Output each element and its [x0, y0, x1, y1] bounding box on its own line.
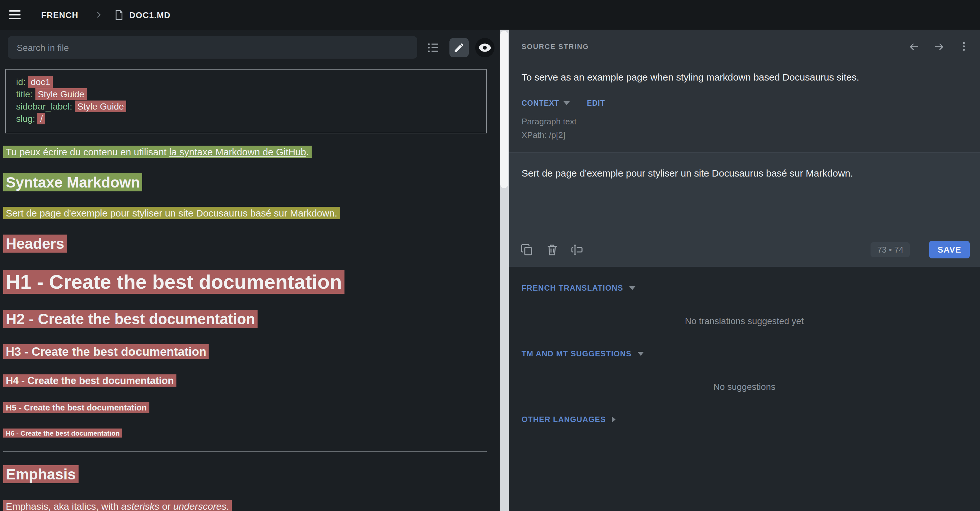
frontmatter-key: title:: [16, 89, 35, 99]
translatable-string[interactable]: H3 - Create the best documentation: [3, 344, 209, 359]
section-tm-mt-suggestions[interactable]: TM AND MT SUGGESTIONS: [522, 349, 967, 358]
section-french-translations[interactable]: FRENCH TRANSLATIONS: [522, 284, 967, 292]
document-preview: id: doc1 title: Style Guide sidebar_labe…: [0, 64, 500, 511]
menu-icon[interactable]: [9, 6, 26, 23]
file-preview-panel: id: doc1 title: Style Guide sidebar_labe…: [0, 30, 500, 511]
translatable-string[interactable]: H1 - Create the best documentation: [3, 270, 344, 294]
arrow-left-icon: [908, 40, 920, 53]
translatable-string[interactable]: Syntaxe Markdown: [3, 173, 143, 192]
heading-syntaxe-markdown: Syntaxe Markdown: [3, 174, 492, 192]
heading-emphasis: Emphasis: [3, 466, 492, 483]
chevron-down-icon: [564, 101, 570, 105]
frontmatter-line: sidebar_label: Style Guide: [16, 101, 476, 113]
translatable-string-selected[interactable]: Sert de page d'exemple pour styliser un …: [3, 207, 340, 219]
heading-headers: Headers: [3, 235, 492, 252]
frontmatter-value-string[interactable]: Style Guide: [75, 101, 127, 112]
frontmatter-key: sidebar_label:: [16, 101, 75, 112]
heading-h3-sample: H3 - Create the best documentation: [3, 345, 492, 359]
selected-string-paragraph: Sert de page d'exemple pour styliser un …: [3, 207, 492, 220]
next-string-button[interactable]: [933, 40, 945, 53]
frontmatter-block: id: doc1 title: Style Guide sidebar_labe…: [5, 69, 487, 133]
edit-mode-button[interactable]: [449, 38, 469, 57]
translatable-string[interactable]: Headers: [3, 235, 67, 252]
heading-h4-sample: H4 - Create the best documentation: [3, 375, 492, 386]
previous-string-button[interactable]: [908, 40, 920, 53]
context-info-type: Paragraph text: [522, 115, 967, 128]
chevron-right-icon: [94, 10, 103, 19]
character-counter: 73 • 74: [871, 242, 910, 257]
chevron-right-icon: [612, 416, 616, 423]
context-info: Paragraph text XPath: /p[2]: [509, 115, 980, 142]
eye-icon: [478, 40, 492, 54]
frontmatter-line: title: Style Guide: [16, 88, 476, 101]
search-input[interactable]: [8, 36, 417, 59]
translatable-string[interactable]: H4 - Create the best documentation: [3, 374, 177, 386]
edit-source-button[interactable]: EDIT: [587, 99, 605, 107]
translatable-string[interactable]: H5 - Create the best documentation: [3, 402, 150, 413]
frontmatter-line: slug: /: [16, 113, 476, 125]
translation-panel: SOURCE STRING To serve as an example pag…: [509, 30, 980, 511]
insert-tag-button[interactable]: [571, 243, 584, 256]
scrollbar-thumb[interactable]: [500, 31, 508, 188]
insert-tag-icon: [571, 243, 584, 256]
horizontal-rule: [3, 451, 487, 452]
context-toggle[interactable]: CONTEXT: [522, 99, 570, 107]
main-split: id: doc1 title: Style Guide sidebar_labe…: [0, 30, 980, 511]
context-info-xpath: XPath: /p[2]: [522, 128, 967, 142]
save-button[interactable]: SAVE: [929, 241, 970, 258]
chevron-down-icon: [638, 352, 644, 356]
arrow-right-icon: [933, 40, 945, 53]
pencil-icon: [453, 42, 465, 53]
translated-string-intro: Tu peux écrire du contenu en utilisant l…: [3, 145, 492, 158]
emphasis-paragraph: Emphasis, aka italics, with asterisks or…: [3, 500, 492, 511]
markdown-link[interactable]: la syntaxe Markdown de GitHub: [169, 146, 306, 157]
more-options-button[interactable]: [958, 41, 970, 52]
chevron-down-icon: [629, 286, 636, 290]
header-actions: [908, 40, 970, 53]
frontmatter-value-string[interactable]: doc1: [28, 76, 53, 88]
top-bar: FRENCH DOC1.MD: [0, 0, 980, 30]
trash-icon: [546, 243, 559, 256]
frontmatter-line: id: doc1: [16, 76, 476, 88]
translation-input[interactable]: Sert de page d'exemple pour styliser un …: [509, 153, 980, 232]
source-string-text: To serve as an example page when styling…: [509, 71, 980, 84]
breadcrumb-project[interactable]: FRENCH: [41, 10, 78, 20]
copy-icon: [520, 243, 534, 256]
heading-h6-sample: H6 - Create the best documentation: [3, 429, 492, 437]
copy-source-button[interactable]: [520, 243, 534, 256]
frontmatter-value-string[interactable]: Style Guide: [35, 88, 87, 100]
file-icon: [113, 10, 124, 20]
delete-translation-button[interactable]: [546, 243, 559, 256]
translatable-string[interactable]: H6 - Create the best documentation: [3, 428, 123, 438]
search-toolbar: [0, 30, 500, 64]
kebab-menu-icon: [958, 41, 970, 52]
section-other-languages[interactable]: OTHER LANGUAGES: [522, 415, 967, 424]
string-list-view-button[interactable]: [424, 38, 443, 57]
list-icon: [426, 40, 441, 54]
heading-h2-sample: H2 - Create the best documentation: [3, 311, 492, 328]
heading-h5-sample: H5 - Create the best documentation: [3, 403, 492, 412]
frontmatter-value-string[interactable]: /: [38, 113, 45, 125]
frontmatter-key: id:: [16, 77, 28, 87]
translatable-string[interactable]: Emphasis: [3, 465, 78, 483]
no-translations-message: No translations suggested yet: [522, 316, 967, 326]
source-string-header: SOURCE STRING: [509, 30, 980, 63]
editor-toolbar: 73 • 74 SAVE: [509, 232, 980, 267]
breadcrumb-file[interactable]: DOC1.MD: [129, 10, 171, 20]
app-window: FRENCH DOC1.MD: [0, 0, 980, 511]
context-actions-row: CONTEXT EDIT: [509, 99, 980, 107]
preview-mode-button[interactable]: [475, 38, 495, 57]
suggestions-area: FRENCH TRANSLATIONS No translations sugg…: [509, 267, 980, 511]
translatable-string[interactable]: Tu peux écrire du contenu en utilisant l…: [3, 145, 311, 158]
source-string-label: SOURCE STRING: [522, 43, 589, 50]
heading-h1-sample: H1 - Create the best documentation: [3, 271, 492, 294]
translation-editor: Sert de page d'exemple pour styliser un …: [509, 153, 980, 267]
translatable-string[interactable]: H2 - Create the best documentation: [3, 310, 258, 328]
no-suggestions-message: No suggestions: [522, 382, 967, 392]
frontmatter-key: slug:: [16, 113, 38, 124]
translatable-string[interactable]: Emphasis, aka italics, with asterisks or…: [3, 500, 232, 511]
vertical-scrollbar[interactable]: [500, 30, 509, 511]
